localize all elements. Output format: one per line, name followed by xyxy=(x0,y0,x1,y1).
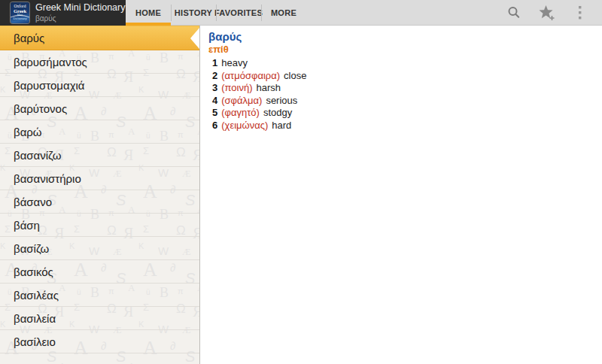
list-item[interactable]: βασικός xyxy=(0,260,199,284)
list-item[interactable]: βασανίζω xyxy=(0,144,199,167)
sense-number: 1 xyxy=(212,57,217,68)
sense-number: 5 xyxy=(212,107,217,118)
word-list-panel: A∂SBπüAΣΩЯKWÆA∂SBπüAΣΩЯKWÆA∂SBπüAΣΩЯKWÆA… xyxy=(0,26,200,364)
app-logo-icon: Oxford Greek Mini Dictionary xyxy=(11,2,29,23)
tab-more[interactable]: MORE xyxy=(261,0,306,26)
list-item[interactable]: βάσανο xyxy=(0,190,199,214)
sense-translation: harsh xyxy=(257,82,281,93)
logo-swoosh xyxy=(11,15,29,21)
sense-line: 1heavy xyxy=(212,58,594,68)
list-item[interactable]: βασιλεία xyxy=(0,307,199,330)
tab-bar: HOMEHISTORYFAVORITESMORE xyxy=(126,0,306,26)
list-item[interactable]: βασιλέας xyxy=(0,284,199,307)
list-item[interactable]: βαρυστομαχιά xyxy=(0,74,199,97)
sense-line: 6(χειμώνας)hard xyxy=(212,120,594,131)
sense-number: 6 xyxy=(212,120,217,131)
sense-number: 2 xyxy=(212,70,217,81)
title-block: Greek Mini Dictionary βαρύς xyxy=(35,3,125,23)
sense-translation: stodgy xyxy=(263,107,292,118)
top-bar-right: HOMEHISTORYFAVORITESMORE xyxy=(126,0,602,26)
sense-translation: hard xyxy=(272,120,291,131)
sense-number: 4 xyxy=(212,95,217,106)
main-body: A∂SBπüAΣΩЯKWÆA∂SBπüAΣΩЯKWÆA∂SBπüAΣΩЯKWÆA… xyxy=(0,26,602,364)
tab-home[interactable]: HOME xyxy=(126,0,171,26)
overflow-menu-icon[interactable] xyxy=(570,3,590,23)
sense-line: 5(φαγητό)stodgy xyxy=(212,108,594,118)
search-icon[interactable] xyxy=(504,3,524,23)
sense-context: (ατμόσφαιρα) xyxy=(221,70,280,81)
sense-context: (φαγητό) xyxy=(221,107,260,118)
list-item[interactable]: βασίλειο xyxy=(0,330,199,353)
tab-history[interactable]: HISTORY xyxy=(171,0,216,26)
entry-part-of-speech: επίθ xyxy=(208,44,594,56)
sense-context: (ποινή) xyxy=(221,82,252,93)
top-bar: Oxford Greek Mini Dictionary Greek Mini … xyxy=(0,0,602,26)
list-item[interactable]: βάση xyxy=(0,214,199,237)
sense-translation: heavy xyxy=(221,57,248,68)
current-word-subtitle: βαρύς xyxy=(35,15,125,23)
list-item[interactable]: βαρώ xyxy=(0,120,199,144)
sense-line: 4(σφάλμα)serious xyxy=(212,96,594,106)
app-screen: Oxford Greek Mini Dictionary Greek Mini … xyxy=(0,0,602,364)
sense-translation: serious xyxy=(266,95,297,106)
sense-context: (χειμώνας) xyxy=(221,120,268,131)
list-item[interactable]: βασανιστήριο xyxy=(0,167,199,190)
top-bar-actions xyxy=(504,0,602,26)
list-item[interactable]: βαρύς xyxy=(0,26,199,50)
list-item[interactable]: βαρυσήμαντος xyxy=(0,50,199,74)
entry-headword: βαρύς xyxy=(208,30,594,44)
list-item[interactable]: βαρύτονος xyxy=(0,97,199,120)
sense-list: 1heavy2(ατμόσφαιρα)close3(ποινή)harsh4(σ… xyxy=(208,58,594,130)
star-plus-icon[interactable] xyxy=(537,3,557,23)
tab-favorites[interactable]: FAVORITES xyxy=(216,0,261,26)
word-list: βαρύςβαρυσήμαντοςβαρυστομαχιάβαρύτονοςβα… xyxy=(0,26,199,353)
list-item[interactable]: βασίζω xyxy=(0,237,199,260)
sense-context: (σφάλμα) xyxy=(221,95,262,106)
app-title: Greek Mini Dictionary xyxy=(35,3,125,13)
sense-translation: close xyxy=(284,70,306,81)
entry-panel: βαρύς επίθ 1heavy2(ατμόσφαιρα)close3(ποι… xyxy=(200,26,602,364)
sense-number: 3 xyxy=(212,82,217,93)
app-brand: Oxford Greek Mini Dictionary Greek Mini … xyxy=(0,0,126,26)
sense-line: 2(ατμόσφαιρα)close xyxy=(212,71,594,81)
sense-line: 3(ποινή)harsh xyxy=(212,83,594,93)
